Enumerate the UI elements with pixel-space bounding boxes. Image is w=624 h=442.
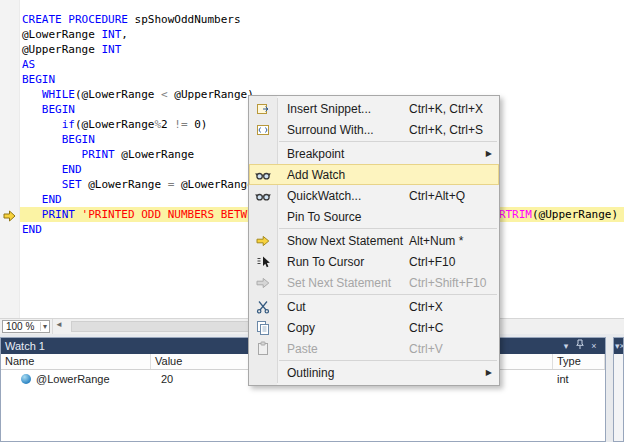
code-line[interactable]: @UpperRange INT <box>0 42 624 57</box>
adjacent-tool-window-titlebar[interactable]: ▾ × <box>614 338 623 354</box>
code-token: END <box>22 163 82 176</box>
code-token: 0) <box>188 118 208 131</box>
menu-item-label: Add Watch <box>287 168 345 182</box>
menu-separator <box>279 141 497 142</box>
chevron-down-icon[interactable]: ▾ <box>40 322 49 331</box>
column-header-name[interactable]: Name <box>1 354 151 369</box>
code-line[interactable]: BEGIN <box>0 72 624 87</box>
menu-item-pin-to-source[interactable]: Pin To Source <box>249 206 499 227</box>
code-token: (@LowerRange <box>75 88 161 101</box>
code-token: , <box>121 28 128 41</box>
code-token: INT <box>101 28 121 41</box>
code-token: < <box>161 88 168 101</box>
code-token: 2 <box>161 118 174 131</box>
paste-icon <box>249 341 277 357</box>
code-token: @LowerRange <box>115 148 194 161</box>
menu-item-label: Insert Snippet... <box>287 102 371 116</box>
zoom-control[interactable]: 100 % ▾ <box>2 320 50 333</box>
code-token: spShowOddNumbers <box>128 13 241 26</box>
code-token: RTRIM <box>499 208 532 221</box>
window-position-icon[interactable]: ▾ <box>559 339 573 353</box>
column-header-type[interactable]: Type <box>553 354 605 369</box>
menu-item-shortcut: Ctrl+V <box>409 342 443 356</box>
menu-item-label: Run To Cursor <box>287 255 364 269</box>
code-token: BEGIN <box>22 73 55 86</box>
code-token: @LowerRange <box>82 178 168 191</box>
menu-item-label: Pin To Source <box>287 210 362 224</box>
gray-arrow-icon <box>249 275 277 291</box>
menu-item-label: Surround With... <box>287 123 374 137</box>
menu-item-shortcut: Ctrl+Alt+Q <box>409 189 465 203</box>
menu-item-label: Cut <box>287 300 306 314</box>
menu-item-label: Show Next Statement <box>287 234 403 248</box>
pin-icon[interactable] <box>573 339 587 354</box>
menu-item-label: Copy <box>287 321 315 335</box>
menu-item-insert-snippet[interactable]: Insert Snippet...Ctrl+K, Ctrl+X <box>249 98 499 119</box>
menu-item-add-watch[interactable]: Add Watch <box>249 164 499 185</box>
menu-item-shortcut: Ctrl+Shift+F10 <box>409 276 486 290</box>
submenu-arrow-icon: ▶ <box>486 368 492 377</box>
code-token: SET <box>22 178 82 191</box>
menu-item-label: Breakpoint <box>287 147 344 161</box>
code-token: PRINT <box>22 148 115 161</box>
menu-item-shortcut: Alt+Num * <box>409 234 463 248</box>
code-token: AS <box>22 58 35 71</box>
menu-item-breakpoint[interactable]: Breakpoint▶ <box>249 143 499 164</box>
adjacent-tool-window: ▾ × <box>613 337 624 442</box>
menu-item-cut[interactable]: CutCtrl+X <box>249 296 499 317</box>
submenu-arrow-icon: ▶ <box>486 149 492 158</box>
code-line[interactable]: AS <box>0 57 624 72</box>
code-token: INT <box>101 43 121 56</box>
code-line[interactable]: CREATE PROCEDURE spShowOddNumbers <box>0 12 624 27</box>
menu-item-paste[interactable]: PasteCtrl+V <box>249 338 499 359</box>
code-token: CREATE PROCEDURE <box>22 13 128 26</box>
surround-with-icon <box>249 122 277 138</box>
menu-separator <box>279 294 497 295</box>
code-token <box>22 118 62 131</box>
menu-item-quickwatch[interactable]: QuickWatch...Ctrl+Alt+Q <box>249 185 499 206</box>
menu-item-run-to-cursor[interactable]: Run To CursorCtrl+F10 <box>249 251 499 272</box>
editor-indicator-margin[interactable] <box>0 0 20 318</box>
scroll-left-arrow-icon[interactable]: ◄ <box>55 320 63 329</box>
watch-variable-name: @LowerRange <box>36 373 110 385</box>
menu-item-label: QuickWatch... <box>287 189 361 203</box>
insert-snippet-icon <box>249 101 277 117</box>
code-token: @LowerRange <box>22 28 101 41</box>
glasses-icon <box>249 167 277 183</box>
close-icon[interactable]: × <box>587 339 601 353</box>
code-line[interactable]: @LowerRange INT, <box>0 27 624 42</box>
menu-separator <box>279 360 497 361</box>
menu-item-label: Outlining <box>287 366 334 380</box>
glasses-icon <box>249 188 277 204</box>
menu-item-shortcut: Ctrl+F10 <box>409 255 455 269</box>
code-token: BEGIN <box>22 133 95 146</box>
menu-item-outlining[interactable]: Outlining▶ <box>249 362 499 383</box>
code-token: (@UpperRange) <box>532 208 618 221</box>
close-icon[interactable]: × <box>620 341 624 351</box>
code-token: (@LowerRange <box>75 118 154 131</box>
menu-item-copy[interactable]: CopyCtrl+C <box>249 317 499 338</box>
menu-item-set-next-statement[interactable]: Set Next StatementCtrl+Shift+F10 <box>249 272 499 293</box>
menu-item-label: Set Next Statement <box>287 276 391 290</box>
code-token <box>22 88 42 101</box>
menu-item-surround-with[interactable]: Surround With...Ctrl+K, Ctrl+S <box>249 119 499 140</box>
context-menu: Insert Snippet...Ctrl+K, Ctrl+XSurround … <box>248 95 500 386</box>
scissors-icon <box>249 299 277 315</box>
code-token: @UpperRange) <box>168 88 254 101</box>
menu-item-shortcut: Ctrl+X <box>409 300 443 314</box>
menu-item-shortcut: Ctrl+K, Ctrl+X <box>409 102 483 116</box>
menu-separator <box>279 228 497 229</box>
code-token: PRINT <box>22 208 75 221</box>
watch-type-cell: int <box>553 370 605 387</box>
menu-item-show-next-statement[interactable]: Show Next StatementAlt+Num * <box>249 230 499 251</box>
yellow-arrow-icon <box>249 233 277 249</box>
code-token: END <box>22 223 42 236</box>
menu-item-label: Paste <box>287 342 318 356</box>
variable-icon <box>21 374 31 384</box>
menu-item-shortcut: Ctrl+K, Ctrl+S <box>409 123 483 137</box>
context-menu-items: Insert Snippet...Ctrl+K, Ctrl+XSurround … <box>249 98 499 383</box>
watch-name-cell[interactable]: @LowerRange <box>1 370 151 387</box>
zoom-level: 100 % <box>3 321 40 332</box>
code-token: WHILE <box>42 88 75 101</box>
code-token: if <box>62 118 75 131</box>
